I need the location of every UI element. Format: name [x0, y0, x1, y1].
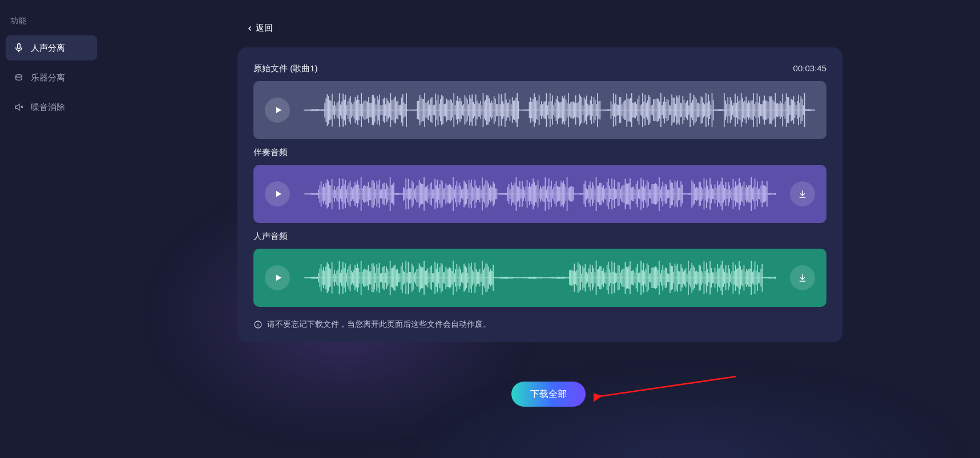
svg-rect-873: [374, 266, 375, 290]
play-icon: [274, 273, 283, 282]
svg-rect-474: [364, 185, 365, 202]
svg-rect-191: [533, 99, 534, 121]
sidebar-item-vocal-separation[interactable]: 人声分离: [6, 35, 97, 60]
svg-rect-64: [378, 100, 379, 121]
svg-rect-1107: [658, 270, 659, 286]
svg-rect-931: [444, 272, 445, 284]
svg-rect-963: [483, 270, 484, 286]
svg-rect-395: [781, 103, 782, 117]
svg-rect-1149: [708, 273, 709, 282]
svg-rect-436: [318, 189, 319, 198]
play-button-accompany[interactable]: [265, 181, 290, 206]
svg-rect-877: [379, 263, 380, 293]
svg-rect-309: [676, 96, 677, 125]
svg-rect-185: [525, 110, 526, 111]
svg-rect-482: [374, 183, 375, 205]
svg-rect-727: [671, 183, 672, 205]
svg-rect-362: [741, 93, 742, 127]
svg-rect-512: [410, 188, 412, 199]
svg-rect-773: [727, 189, 728, 199]
svg-rect-575: [487, 181, 488, 208]
svg-rect-250: [604, 110, 606, 111]
svg-rect-451: [336, 188, 337, 201]
svg-rect-363: [742, 98, 743, 122]
svg-rect-1079: [623, 269, 624, 287]
svg-rect-34: [341, 102, 342, 119]
waveform-accompany[interactable]: [304, 177, 776, 211]
waveform-original[interactable]: [304, 93, 815, 127]
sidebar-item-noise-removal[interactable]: 噪音消除: [6, 95, 97, 120]
svg-rect-333: [705, 93, 707, 127]
svg-rect-769: [721, 177, 723, 210]
svg-rect-279: [640, 105, 641, 115]
svg-rect-154: [487, 96, 489, 125]
svg-rect-435: [317, 193, 318, 194]
svg-rect-502: [398, 193, 400, 194]
play-button-original[interactable]: [265, 98, 290, 123]
svg-rect-54: [366, 101, 367, 119]
waveform-vocal[interactable]: [304, 261, 776, 295]
svg-rect-298: [663, 102, 664, 118]
download-button-vocal[interactable]: [790, 265, 815, 290]
svg-rect-624: [546, 190, 547, 198]
svg-rect-127: [455, 105, 456, 115]
svg-rect-1125: [679, 271, 680, 284]
svg-rect-880: [382, 267, 384, 289]
svg-rect-793: [751, 177, 752, 211]
svg-rect-885: [389, 271, 390, 285]
svg-rect-133: [462, 106, 463, 115]
svg-rect-1112: [664, 270, 665, 285]
svg-rect-977: [500, 277, 501, 279]
svg-rect-718: [660, 189, 661, 198]
svg-rect-465: [353, 187, 354, 201]
svg-rect-432: [313, 193, 314, 194]
svg-rect-1013: [543, 277, 545, 278]
svg-rect-1063: [604, 273, 606, 283]
svg-rect-700: [638, 189, 639, 198]
svg-rect-291: [654, 99, 655, 121]
svg-rect-467: [356, 185, 357, 204]
svg-rect-1151: [711, 268, 712, 287]
back-link[interactable]: 返回: [103, 23, 273, 34]
svg-rect-960: [479, 269, 481, 286]
svg-rect-581: [494, 184, 495, 204]
svg-rect-38: [346, 105, 348, 115]
svg-rect-896: [402, 262, 403, 293]
svg-rect-252: [607, 110, 608, 111]
download-all-button[interactable]: 下载全部: [511, 382, 586, 407]
svg-rect-70: [385, 104, 386, 116]
svg-rect-1167: [730, 274, 731, 282]
svg-rect-29: [335, 106, 336, 115]
svg-rect-772: [725, 182, 727, 205]
sidebar-item-instrument-separation[interactable]: 乐器分离: [6, 65, 97, 90]
svg-rect-694: [631, 188, 632, 201]
svg-rect-705: [644, 188, 646, 200]
svg-rect-283: [644, 95, 646, 125]
download-button-accompany[interactable]: [790, 181, 815, 206]
svg-rect-233: [584, 98, 585, 123]
svg-rect-479: [370, 188, 372, 201]
svg-rect-586: [500, 193, 501, 195]
play-button-vocal[interactable]: [265, 265, 290, 290]
svg-rect-1029: [563, 277, 564, 278]
svg-rect-1166: [729, 269, 730, 287]
svg-rect-457: [344, 185, 345, 204]
svg-rect-183: [523, 110, 524, 111]
svg-rect-541: [445, 184, 446, 205]
download-all-label: 下载全部: [530, 388, 567, 400]
svg-rect-1204: [775, 277, 776, 278]
svg-rect-58: [370, 103, 372, 117]
svg-rect-449: [334, 186, 335, 202]
svg-rect-812: [774, 193, 775, 194]
svg-rect-487: [380, 189, 381, 198]
svg-rect-991: [517, 277, 518, 278]
svg-rect-1191: [759, 272, 760, 283]
svg-rect-967: [488, 267, 489, 289]
svg-rect-215: [562, 96, 563, 124]
svg-rect-612: [531, 184, 533, 204]
svg-rect-156: [490, 103, 491, 117]
svg-rect-509: [406, 189, 408, 198]
svg-rect-442: [325, 183, 326, 205]
svg-rect-1059: [599, 266, 600, 289]
svg-rect-524: [425, 187, 426, 200]
